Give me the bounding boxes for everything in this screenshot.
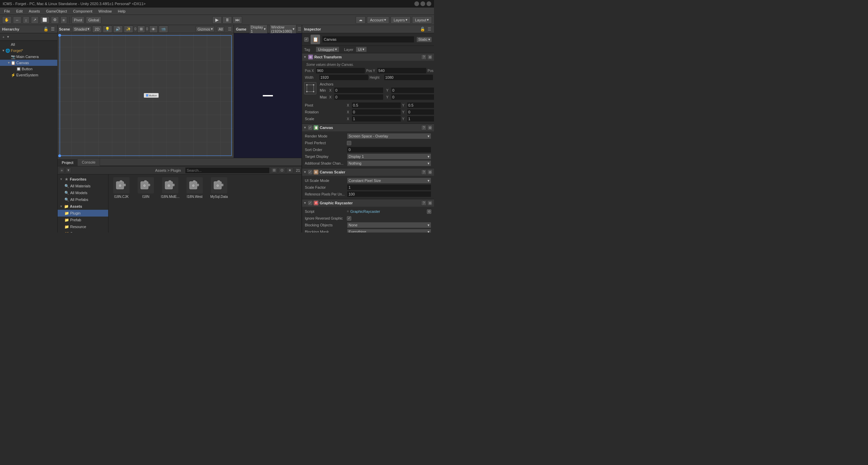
graphic-raycaster-header[interactable]: ▼ ✓ 🎯 Graphic Raycaster ? ⚙ bbox=[302, 199, 434, 207]
max-y-input[interactable] bbox=[391, 94, 434, 100]
game-menu-btn[interactable]: ☰ bbox=[298, 26, 301, 32]
canvas-enabled-check[interactable]: ✓ bbox=[308, 126, 312, 130]
menu-window[interactable]: Window bbox=[96, 8, 114, 14]
max-x-input[interactable] bbox=[334, 94, 383, 100]
project-add-dropdown[interactable]: ▾ bbox=[66, 167, 71, 173]
static-dropdown[interactable]: Static ▾ bbox=[416, 37, 432, 42]
inspector-menu-icon[interactable]: ☰ bbox=[427, 26, 432, 32]
menu-component[interactable]: Component bbox=[70, 8, 95, 14]
hand-tool[interactable]: ✋ bbox=[2, 16, 12, 24]
minimize-button[interactable]: ─ bbox=[414, 1, 419, 6]
hierarchy-add-btn[interactable]: + bbox=[1, 35, 5, 39]
sidebar-plugin[interactable]: 📁 Plugin bbox=[58, 210, 108, 217]
gizmos-dropdown[interactable]: Gizmos ▾ bbox=[196, 26, 214, 32]
target-display-dropdown[interactable]: Display 1 ▾ bbox=[347, 153, 431, 160]
sidebar-favorites[interactable]: ▼ ★ Favorites bbox=[58, 176, 108, 183]
scene-hide-btn[interactable]: 👁 bbox=[149, 25, 158, 33]
file-mysql[interactable]: ⚙ MySql.Data bbox=[209, 177, 229, 199]
scene-button-widget[interactable]: Button bbox=[144, 93, 159, 98]
tag-dropdown[interactable]: Untagged ▾ bbox=[316, 46, 339, 52]
sidebar-all-models[interactable]: 🔍 All Models bbox=[58, 189, 108, 196]
menu-help[interactable]: Help bbox=[115, 8, 128, 14]
file-i18n-west[interactable]: ⚙ I18N.West bbox=[184, 177, 205, 199]
hierarchy-forget[interactable]: ▼ 🌐 Forget* bbox=[0, 48, 57, 54]
min-y-input[interactable] bbox=[391, 87, 434, 93]
canvas-settings-btn[interactable]: ⚙ bbox=[427, 125, 433, 130]
scene-light-btn[interactable]: 💡 bbox=[103, 25, 112, 33]
shader-channel-dropdown[interactable]: Nothing ▾ bbox=[347, 160, 431, 166]
tab-console[interactable]: Console bbox=[78, 159, 100, 166]
tab-project[interactable]: Project bbox=[58, 159, 78, 166]
object-active-checkbox[interactable]: ✓ bbox=[304, 37, 309, 42]
canvas-scaler-help-btn[interactable]: ? bbox=[421, 169, 427, 175]
layer-dropdown[interactable]: UI ▾ bbox=[356, 46, 367, 52]
pixel-perfect-checkbox[interactable] bbox=[347, 141, 351, 145]
pivot-y-input[interactable] bbox=[407, 102, 434, 108]
scale-x-input[interactable] bbox=[352, 116, 401, 122]
hierarchy-all[interactable]: All bbox=[0, 41, 57, 48]
rotate-tool[interactable]: ↕ bbox=[23, 16, 29, 24]
sidebar-all-materials[interactable]: 🔍 All Materials bbox=[58, 183, 108, 189]
hierarchy-lock-icon[interactable]: 🔓 bbox=[43, 26, 48, 32]
display-dropdown[interactable]: Display 1 ▾ bbox=[249, 24, 268, 34]
graphic-raycaster-check[interactable]: ✓ bbox=[308, 201, 312, 205]
blocking-mask-dropdown[interactable]: Everything ▾ bbox=[347, 229, 431, 232]
scale-y-input[interactable] bbox=[407, 116, 434, 122]
canvas-help-btn[interactable]: ? bbox=[421, 125, 427, 130]
step-button[interactable]: ⏭ bbox=[233, 16, 242, 24]
script-lock-btn[interactable]: ⊙ bbox=[427, 209, 431, 214]
sidebar-resource[interactable]: 📁 Resource bbox=[58, 223, 108, 230]
canvas-scaler-settings-btn[interactable]: ⚙ bbox=[427, 169, 433, 175]
scene-cam-btn[interactable]: 📹 bbox=[159, 25, 168, 33]
sidebar-all-prefabs[interactable]: 🔍 All Prefabs bbox=[58, 196, 108, 203]
layout-button[interactable]: Layout ▾ bbox=[412, 16, 432, 24]
scene-all-dropdown[interactable]: All bbox=[217, 26, 224, 32]
pivot-x-input[interactable] bbox=[352, 102, 401, 108]
account-button[interactable]: Account ▾ bbox=[367, 16, 389, 24]
project-star-btn[interactable]: ★ bbox=[287, 167, 293, 173]
min-x-input[interactable] bbox=[334, 87, 383, 93]
rect-transform-help-btn[interactable]: ? bbox=[421, 54, 427, 60]
shading-dropdown[interactable]: Shaded ▾ bbox=[72, 26, 91, 32]
close-button[interactable]: ✕ bbox=[427, 1, 431, 6]
width-input[interactable] bbox=[319, 74, 369, 80]
hierarchy-add-dropdown[interactable]: ▾ bbox=[6, 34, 10, 39]
hierarchy-canvas[interactable]: ▼ 📋 Canvas bbox=[0, 60, 57, 66]
canvas-scaler-check[interactable]: ✓ bbox=[308, 170, 312, 174]
menu-gameobject[interactable]: GameObject bbox=[43, 8, 70, 14]
graphic-raycaster-settings-btn[interactable]: ⚙ bbox=[427, 200, 433, 206]
maximize-button[interactable]: □ bbox=[420, 1, 425, 6]
pivot-button[interactable]: Pivot bbox=[72, 16, 84, 24]
global-button[interactable]: Global bbox=[86, 16, 101, 24]
canvas-scaler-header[interactable]: ▼ ✓ ⊞ Canvas Scaler ? ⚙ bbox=[302, 168, 434, 176]
scene-handle-bl[interactable] bbox=[58, 154, 61, 157]
layers-button[interactable]: Layers ▾ bbox=[391, 16, 411, 24]
hierarchy-menu-icon[interactable]: ☰ bbox=[50, 26, 55, 32]
sort-order-input[interactable] bbox=[347, 147, 431, 153]
file-i18n[interactable]: ⚙ I18N bbox=[136, 177, 156, 199]
blocking-objects-dropdown[interactable]: None ▾ bbox=[347, 222, 431, 228]
rect-transform-header[interactable]: ▼ ⊞ Rect Transform ? ⚙ bbox=[302, 53, 434, 61]
scene-grid-btn[interactable]: ⊞ bbox=[137, 25, 145, 33]
height-input[interactable] bbox=[384, 74, 433, 80]
transform-tool[interactable]: ⚙ bbox=[51, 16, 59, 24]
project-view-btn[interactable]: ⊞ bbox=[271, 167, 277, 173]
menu-assets[interactable]: Assets bbox=[26, 8, 43, 14]
scale-factor-input[interactable] bbox=[347, 184, 431, 190]
ui-scale-mode-dropdown[interactable]: Constant Pixel Size ▾ bbox=[347, 178, 431, 184]
play-button[interactable]: ▶ bbox=[212, 16, 222, 24]
scene-view[interactable]: Button bbox=[58, 33, 234, 158]
ref-pixels-input[interactable] bbox=[347, 191, 431, 197]
hierarchy-button[interactable]: 🔲 Button bbox=[0, 66, 57, 72]
scale-tool[interactable]: ↗ bbox=[31, 16, 39, 24]
pos-x-input[interactable] bbox=[316, 68, 365, 74]
rot-x-input[interactable] bbox=[352, 109, 401, 115]
custom-tool[interactable]: ≡ bbox=[60, 16, 67, 24]
sidebar-scenes[interactable]: 📁 Scenes bbox=[58, 230, 108, 232]
pause-button[interactable]: ⏸ bbox=[222, 16, 232, 24]
file-i18n-mide[interactable]: ⚙ I18N.MidE... bbox=[160, 177, 180, 199]
menu-file[interactable]: File bbox=[1, 8, 13, 14]
pos-y-input[interactable] bbox=[377, 68, 427, 74]
ignore-reversed-checkbox[interactable]: ✓ bbox=[347, 216, 351, 221]
hierarchy-eventsystem[interactable]: ⚡ EventSystem bbox=[0, 72, 57, 78]
